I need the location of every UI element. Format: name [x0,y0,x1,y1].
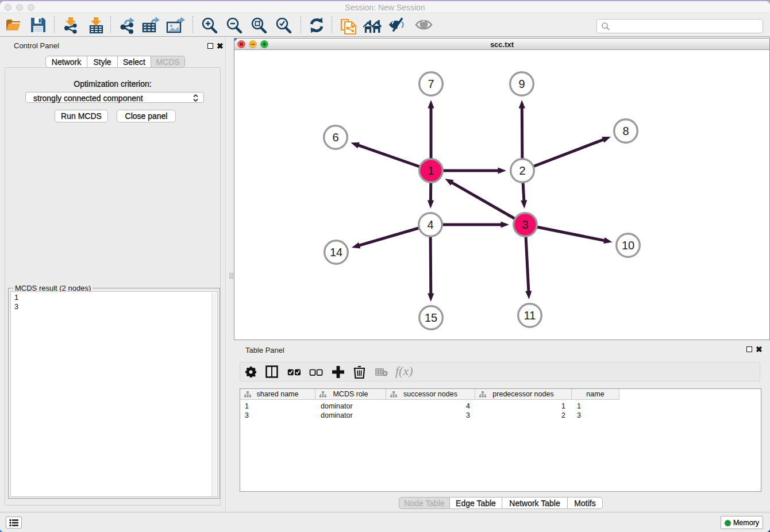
svg-text:11: 11 [524,309,536,322]
svg-text:14: 14 [330,246,342,259]
svg-text:6: 6 [332,131,338,144]
svg-text:2: 2 [519,164,525,177]
svg-text:9: 9 [518,78,525,90]
svg-text:15: 15 [425,311,437,324]
svg-text:3: 3 [522,218,528,231]
svg-text:7: 7 [428,78,434,90]
svg-text:8: 8 [622,125,629,137]
svg-text:4: 4 [427,218,433,231]
svg-text:1: 1 [428,164,434,177]
svg-text:10: 10 [622,239,634,252]
